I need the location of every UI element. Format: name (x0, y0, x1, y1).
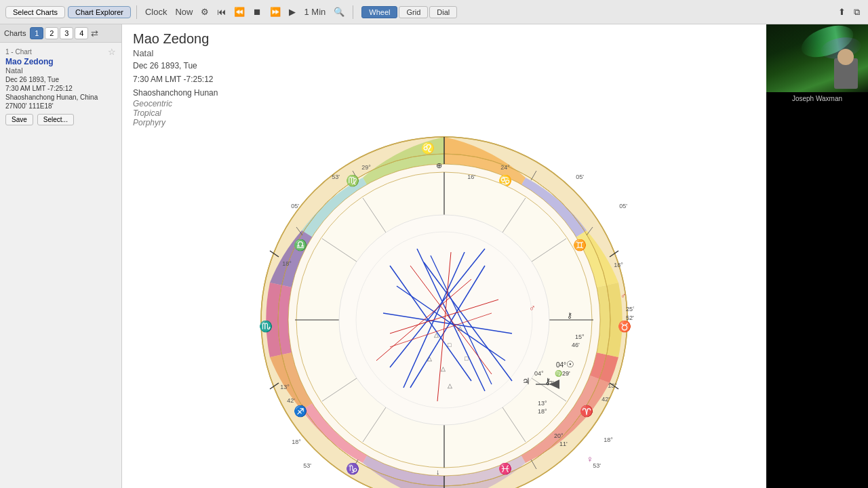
svg-text:☉: ☉ (566, 359, 574, 369)
charts-label: Charts (4, 29, 26, 37)
wheel-container: ♈ ♉ ♊ ♋ ♌ ♍ ♎ ♏ ♐ (122, 130, 766, 488)
svg-text:♂: ♂ (529, 303, 536, 313)
svg-text:20°: 20° (554, 432, 564, 439)
settings-icon[interactable]: ⚙ (198, 5, 212, 18)
chart-geocentric: Geocentric (133, 99, 755, 108)
svg-text:05': 05' (619, 203, 627, 209)
tab-dial[interactable]: Dial (429, 6, 457, 18)
svg-text:△: △ (434, 331, 439, 338)
astro-wheel: ♈ ♉ ♊ ♋ ♌ ♍ ♎ ♏ ♐ (254, 130, 634, 488)
svg-text:11': 11' (559, 441, 568, 447)
select-button[interactable]: Select... (37, 114, 74, 125)
video-feed (766, 24, 868, 92)
svg-text:□: □ (465, 355, 469, 362)
clock-label: Clock (142, 5, 170, 18)
svg-text:♉: ♉ (618, 320, 631, 333)
chart-tab-3[interactable]: 3 (60, 27, 73, 39)
save-button[interactable]: Save (5, 114, 33, 125)
svg-text:♃: ♃ (522, 376, 530, 386)
shuffle-icon[interactable]: ⇄ (91, 28, 98, 39)
chart-info-header: 1 - Chart ☆ (5, 47, 116, 57)
svg-text:18°: 18° (604, 436, 613, 443)
svg-text:18°: 18° (292, 439, 301, 445)
chart-info-section: 1 - Chart ☆ Mao Zedong Natal Dec 26 1893… (0, 43, 121, 129)
chart-tab-2[interactable]: 2 (45, 27, 58, 39)
separator-1 (136, 5, 137, 19)
chart-location: Shaoshanchong Hunan, China (5, 94, 116, 101)
svg-text:53': 53' (303, 462, 311, 469)
svg-text:42': 42' (287, 397, 295, 404)
prev-prev-button[interactable]: ⏮ (214, 5, 229, 18)
favorite-star-icon[interactable]: ☆ (108, 47, 116, 57)
svg-text:16': 16' (467, 174, 475, 180)
chart-main-date: Dec 26 1893, Tue (133, 60, 755, 72)
svg-point-40 (356, 232, 532, 408)
svg-text:♓: ♓ (498, 462, 512, 475)
select-charts-button[interactable]: Select Charts (5, 6, 65, 18)
toolbar: Select Charts Chart Explorer Clock Now ⚙… (0, 0, 868, 24)
chart-tropical: Tropical (133, 108, 755, 118)
svg-text:↓: ↓ (436, 468, 440, 476)
svg-text:△: △ (458, 325, 462, 331)
svg-text:04°: 04° (534, 370, 544, 377)
svg-text:♊: ♊ (573, 239, 587, 251)
svg-text:⊕: ⊕ (436, 161, 442, 169)
speed-label: 1 Min (301, 5, 328, 18)
svg-text:♏: ♏ (259, 320, 273, 333)
svg-text:42': 42' (601, 396, 610, 403)
svg-text:24°: 24° (500, 164, 510, 171)
svg-text:♌: ♌ (421, 142, 435, 155)
svg-text:46': 46' (572, 342, 580, 348)
chart-explorer-button[interactable]: Chart Explorer (68, 6, 131, 18)
presenter-silhouette (834, 58, 858, 89)
svg-text:53': 53' (332, 174, 340, 180)
svg-text:15°: 15° (575, 333, 585, 340)
prev-button[interactable]: ⏪ (231, 5, 248, 18)
play-button[interactable]: ▶ (286, 5, 298, 18)
search-icon[interactable]: 🔍 (331, 5, 347, 18)
svg-text:♍: ♍ (346, 174, 359, 187)
svg-text:52': 52' (626, 314, 634, 321)
chart-area: Mao Zedong Natal Dec 26 1893, Tue 7:30 A… (122, 24, 766, 488)
chart-coordinates: 27N00' 111E18' (5, 102, 116, 110)
svg-text:♎: ♎ (294, 239, 307, 251)
svg-text:18°: 18° (538, 408, 547, 415)
share-icon[interactable]: ⬆ (835, 5, 848, 18)
chart-type: Natal (5, 66, 116, 75)
next-button[interactable]: ⏩ (267, 5, 283, 18)
tab-wheel[interactable]: Wheel (361, 6, 397, 18)
chart-main-subtitle: Natal (133, 48, 755, 58)
tab-grid[interactable]: Grid (399, 6, 428, 18)
video-panel: Joseph Waxman (766, 24, 868, 488)
presenter-name: Joseph Waxman (789, 92, 845, 105)
window-icon[interactable]: ⧉ (851, 5, 863, 19)
chart-main-time: 7:30 AM LMT -7:25:12 (133, 73, 755, 85)
chart-num-label: 1 - Chart (5, 48, 32, 56)
svg-text:25°: 25° (626, 306, 634, 312)
svg-text:18°: 18° (282, 260, 292, 267)
svg-text:05': 05' (576, 174, 584, 180)
chart-tab-1[interactable]: 1 (30, 27, 43, 39)
now-button[interactable]: Now (172, 5, 195, 18)
stop-button[interactable]: ⏹ (250, 5, 264, 18)
chart-porphyry: Porphyry (133, 118, 755, 127)
svg-text:♈: ♈ (580, 405, 593, 418)
svg-text:13°: 13° (538, 400, 547, 407)
svg-text:♂: ♂ (620, 291, 626, 300)
svg-text:05': 05' (291, 203, 299, 209)
svg-text:13°: 13° (280, 384, 290, 390)
svg-text:53': 53' (593, 462, 601, 469)
chart-tab-4[interactable]: 4 (75, 27, 88, 39)
chart-time: 7:30 AM LMT -7:25:12 (5, 85, 116, 92)
svg-text:△: △ (427, 355, 432, 362)
chart-main-title: Mao Zedong (133, 31, 755, 47)
chart-name[interactable]: Mao Zedong (5, 57, 116, 66)
svg-text:△: △ (448, 382, 452, 389)
chart-tabs-bar: Charts 1 2 3 4 ⇄ (0, 24, 121, 43)
svg-text:⚷: ⚷ (567, 311, 572, 319)
chart-main-location: Shaoshanchong Hunan (133, 87, 755, 99)
svg-text:△: △ (441, 365, 446, 372)
svg-text:29°: 29° (361, 164, 371, 171)
save-select-row: Save Select... (5, 114, 116, 125)
separator-2 (353, 5, 353, 19)
